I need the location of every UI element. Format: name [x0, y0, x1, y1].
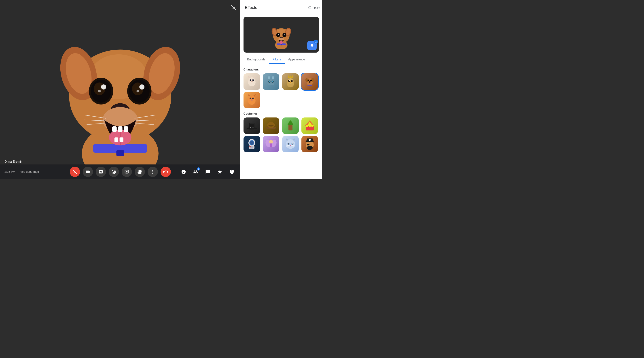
svg-marker-76: [288, 75, 289, 77]
svg-point-17: [139, 84, 144, 90]
svg-point-91: [311, 80, 312, 80]
svg-point-138: [272, 138, 274, 139]
svg-point-126: [250, 141, 254, 145]
costume-item-fairy[interactable]: [263, 136, 279, 152]
svg-point-136: [269, 138, 270, 139]
svg-rect-108: [250, 123, 254, 124]
svg-point-160: [307, 146, 312, 150]
effects-content: Characters: [240, 64, 322, 179]
svg-point-18: [136, 90, 139, 92]
close-button[interactable]: Close: [310, 4, 318, 11]
chat-button[interactable]: [204, 168, 212, 176]
svg-point-57: [248, 77, 255, 83]
svg-point-49: [278, 34, 279, 35]
svg-marker-59: [253, 76, 256, 78]
svg-point-101: [253, 98, 254, 98]
svg-point-52: [284, 34, 285, 35]
svg-point-60: [250, 79, 251, 81]
info-button[interactable]: [180, 168, 188, 176]
svg-rect-26: [124, 126, 128, 132]
effects-tabs: Backgrounds Filters Appearance: [240, 55, 322, 64]
character-item-dog[interactable]: [302, 73, 318, 90]
svg-point-82: [292, 80, 292, 81]
svg-point-122: [308, 125, 311, 127]
svg-point-90: [308, 80, 309, 80]
control-bar: 2:15 PM | ybs-dabs-mgd: [0, 164, 240, 179]
svg-point-102: [251, 99, 253, 101]
activities-button[interactable]: [216, 168, 224, 176]
camera-button[interactable]: [83, 167, 93, 177]
svg-point-100: [250, 98, 251, 98]
svg-point-89: [310, 80, 312, 81]
svg-rect-75: [288, 77, 293, 78]
costume-item-carnival[interactable]: [302, 118, 318, 134]
svg-rect-24: [112, 126, 117, 132]
effects-preview: 2: [244, 17, 319, 53]
costume-item-log[interactable]: [282, 118, 299, 134]
svg-point-147: [292, 143, 293, 144]
video-area: Dima Eremin 2:15 PM | ybs-dabs-mgd: [0, 0, 240, 179]
captions-button[interactable]: [96, 167, 106, 177]
emoji-button[interactable]: [109, 167, 119, 177]
svg-point-144: [288, 143, 289, 145]
safety-button[interactable]: [228, 168, 236, 176]
svg-point-81: [289, 80, 290, 81]
tab-backgrounds[interactable]: Backgrounds: [244, 55, 269, 64]
svg-point-99: [252, 98, 254, 99]
participant-name-overlay: Dima Eremin: [4, 160, 22, 163]
costume-item-pirate[interactable]: [302, 136, 318, 152]
svg-point-123: [311, 125, 314, 127]
meeting-code: ybs-dabs-mgd: [20, 170, 39, 173]
character-item-owl[interactable]: [282, 73, 299, 90]
svg-rect-130: [249, 146, 251, 146]
raise-hand-button[interactable]: [134, 167, 145, 177]
main-controls: [70, 167, 171, 177]
costume-item-brown-hat[interactable]: [263, 118, 279, 134]
svg-point-71: [272, 81, 273, 82]
svg-point-92: [309, 81, 310, 83]
end-call-button[interactable]: [160, 167, 171, 177]
svg-point-146: [288, 143, 289, 144]
effects-badge: 2: [307, 41, 317, 50]
svg-rect-158: [307, 144, 310, 145]
svg-point-37: [152, 173, 153, 174]
svg-marker-97: [253, 94, 256, 97]
svg-point-145: [292, 143, 293, 145]
effects-badge-count: 2: [314, 40, 318, 44]
people-badge: 1: [197, 167, 200, 171]
character-item-cat-white[interactable]: [244, 73, 260, 90]
people-button[interactable]: 1: [192, 168, 200, 176]
present-button[interactable]: [122, 167, 132, 177]
costume-item-black-hat[interactable]: [244, 118, 260, 134]
effects-panel: Effects Close: [240, 0, 322, 179]
svg-point-64: [251, 81, 253, 82]
svg-point-55: [279, 41, 283, 44]
time-display: 2:15 PM: [4, 170, 15, 173]
svg-rect-66: [268, 76, 270, 79]
characters-grid: [244, 73, 319, 108]
tab-filters[interactable]: Filters: [269, 55, 285, 64]
character-item-robot[interactable]: [263, 73, 279, 90]
svg-rect-40: [281, 45, 282, 46]
svg-marker-96: [248, 94, 250, 97]
svg-rect-72: [269, 84, 273, 84]
characters-section: Characters: [244, 68, 319, 108]
svg-rect-28: [120, 137, 124, 142]
mute-button[interactable]: [70, 167, 80, 177]
tab-appearance[interactable]: Appearance: [285, 55, 309, 64]
svg-rect-110: [251, 127, 252, 128]
svg-marker-77: [290, 75, 291, 77]
svg-point-62: [250, 80, 251, 80]
svg-point-121: [306, 125, 308, 127]
dog-avatar: [0, 0, 240, 179]
svg-point-80: [291, 80, 293, 82]
svg-point-35: [152, 170, 153, 171]
more-options-button[interactable]: [148, 167, 158, 177]
right-controls: 1: [180, 168, 236, 176]
preview-dog-avatar: [268, 20, 295, 49]
costume-item-astronaut[interactable]: [244, 136, 260, 152]
costumes-grid: [244, 118, 319, 152]
character-item-orange-cat[interactable]: [244, 92, 260, 108]
effects-title: Effects: [245, 5, 257, 10]
costume-item-cat-face[interactable]: [282, 136, 299, 152]
